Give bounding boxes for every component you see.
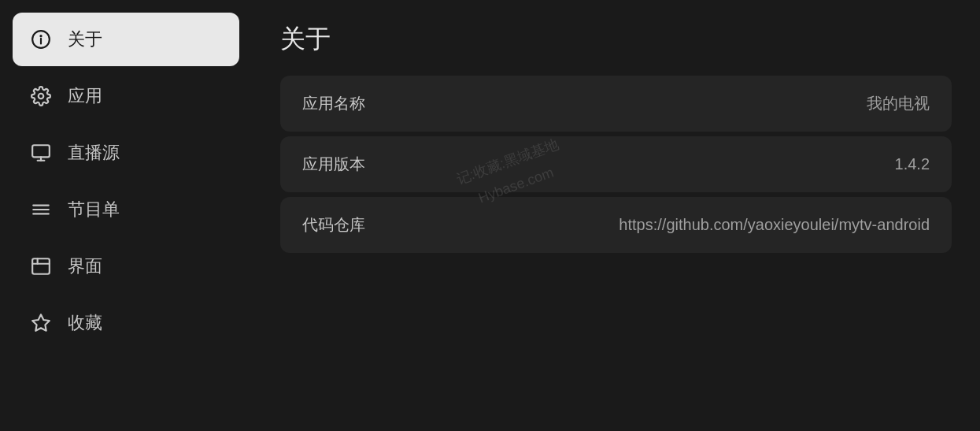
sidebar-item-label-playlist: 节目单 xyxy=(68,198,120,221)
info-card-1: 应用版本1.4.2 xyxy=(280,136,952,192)
sidebar-item-about[interactable]: 关于 xyxy=(13,13,239,66)
sidebar-item-favorites[interactable]: 收藏 xyxy=(13,296,239,350)
svg-rect-10 xyxy=(32,258,50,274)
info-cards: 应用名称我的电视应用版本1.4.2代码仓库https://github.com/… xyxy=(280,76,952,253)
page-title: 关于 xyxy=(280,22,952,57)
svg-marker-13 xyxy=(32,314,50,331)
card-label-1: 应用版本 xyxy=(302,154,365,175)
about-icon xyxy=(28,27,54,52)
sidebar: 关于应用直播源节目单界面收藏 xyxy=(0,0,252,431)
card-value-1: 1.4.2 xyxy=(895,155,930,173)
sidebar-item-apps[interactable]: 应用 xyxy=(13,69,239,123)
sidebar-item-playlist[interactable]: 节目单 xyxy=(13,183,239,236)
card-value-2: https://github.com/yaoxieyoulei/mytv-and… xyxy=(619,216,930,234)
favorites-icon xyxy=(28,310,54,336)
live-source-icon xyxy=(28,140,54,165)
interface-icon xyxy=(28,254,54,279)
sidebar-item-live-source[interactable]: 直播源 xyxy=(13,126,239,180)
sidebar-item-interface[interactable]: 界面 xyxy=(13,240,239,293)
card-value-0: 我的电视 xyxy=(867,93,930,114)
sidebar-item-label-apps: 应用 xyxy=(68,84,102,108)
card-label-2: 代码仓库 xyxy=(302,214,365,236)
playlist-icon xyxy=(28,197,54,222)
info-card-2: 代码仓库https://github.com/yaoxieyoulei/mytv… xyxy=(280,197,952,253)
sidebar-item-label-live-source: 直播源 xyxy=(68,141,120,165)
apps-icon xyxy=(28,84,54,109)
svg-rect-4 xyxy=(32,145,50,157)
main-content: 关于 应用名称我的电视应用版本1.4.2代码仓库https://github.c… xyxy=(252,0,980,431)
sidebar-item-label-favorites: 收藏 xyxy=(68,311,102,335)
sidebar-item-label-interface: 界面 xyxy=(68,255,102,278)
sidebar-item-label-about: 关于 xyxy=(68,28,102,51)
card-label-0: 应用名称 xyxy=(302,93,365,114)
svg-point-3 xyxy=(39,94,44,99)
info-card-0: 应用名称我的电视 xyxy=(280,76,952,132)
